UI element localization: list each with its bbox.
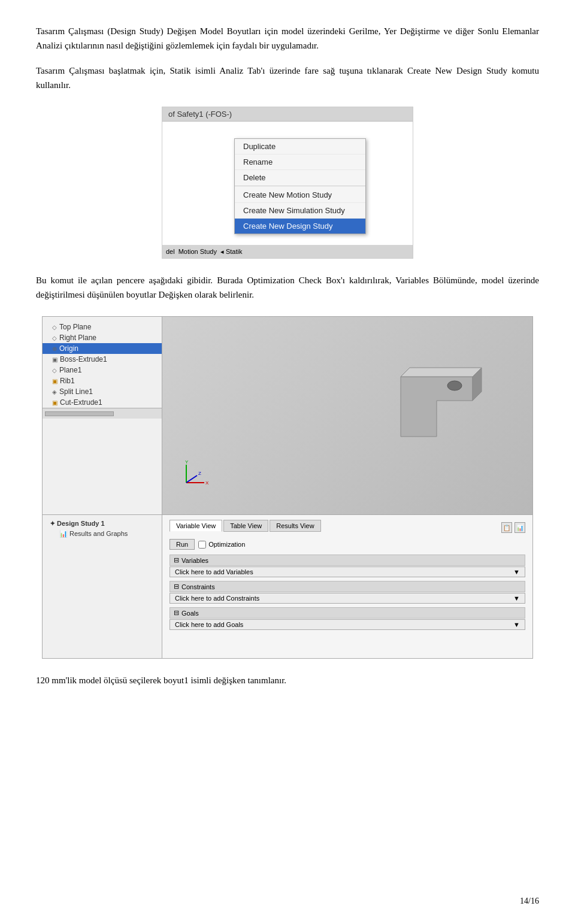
add-variables-btn[interactable]: Click here to add Variables ▼ <box>170 566 525 577</box>
icon-btn-1[interactable]: 📋 <box>501 522 512 533</box>
3d-model-shape <box>377 341 497 462</box>
run-button[interactable]: Run <box>170 539 195 550</box>
tree-rib1[interactable]: ▣ Rib1 <box>43 375 162 386</box>
tab-statik[interactable]: ◂ Statik <box>220 248 243 256</box>
constraints-header: ⊟ Constraints <box>170 581 525 592</box>
menu-item-duplicate[interactable]: Duplicate <box>235 139 365 154</box>
tree-plane1[interactable]: ◇ Plane1 <box>43 365 162 375</box>
tab-results-view[interactable]: Results View <box>270 520 320 532</box>
menu-item-new-simulation[interactable]: Create New Simulation Study <box>235 203 365 219</box>
goals-section: ⊟ Goals Click here to add Goals ▼ <box>170 607 525 630</box>
axes-indicator: Y X Z <box>180 459 210 490</box>
tab-del[interactable]: del <box>166 248 175 255</box>
menu-item-new-design-study[interactable]: Create New Design Study <box>235 219 365 234</box>
feature-tree: ◇ Top Plane ◇ Right Plane ⊕ Origin ▣ Bos… <box>43 317 162 514</box>
design-study-panel: Variable View Table View Results View 📋 … <box>162 515 532 658</box>
design-study-tree: ✦ Design Study 1 📊 Results and Graphs <box>43 515 162 658</box>
goals-header: ⊟ Goals <box>170 607 525 619</box>
svg-text:X: X <box>205 480 209 486</box>
paragraph-3: Bu komut ile açılan pencere aşağıdaki gi… <box>36 273 539 302</box>
variables-section: ⊟ Variables Click here to add Variables … <box>170 555 525 577</box>
tab-table-view[interactable]: Table View <box>223 520 268 532</box>
design-study-root: ✦ Design Study 1 <box>47 519 157 529</box>
variables-header: ⊟ Variables <box>170 555 525 566</box>
run-toolbar: Run Optimization <box>170 539 525 550</box>
constraints-section: ⊟ Constraints Click here to add Constrai… <box>170 581 525 604</box>
tab-variable-view[interactable]: Variable View <box>170 520 222 532</box>
context-menu-screenshot: of Safety1 (-FOS-) Duplicate Rename Dele… <box>36 107 539 259</box>
cm-header: of Safety1 (-FOS-) <box>162 107 413 122</box>
paragraph-2: Tasarım Çalışması başlatmak için, Statik… <box>36 63 539 92</box>
svg-point-9 <box>447 381 462 390</box>
svg-text:Y: Y <box>185 459 189 465</box>
tree-top-plane[interactable]: ◇ Top Plane <box>43 322 162 332</box>
tree-split-line1[interactable]: ◈ Split Line1 <box>43 386 162 397</box>
3d-viewport: Y X Z <box>162 317 532 514</box>
tree-boss-extrude1[interactable]: ▣ Boss-Extrude1 <box>43 354 162 365</box>
paragraph-4: 120 mm'lik model ölçüsü seçilerek boyut1… <box>36 673 539 687</box>
svg-text:Z: Z <box>198 471 201 476</box>
menu-item-delete[interactable]: Delete <box>235 170 365 186</box>
icon-btn-2[interactable]: 📊 <box>515 522 525 533</box>
optimization-label: Optimization <box>208 541 245 548</box>
add-goals-btn[interactable]: Click here to add Goals ▼ <box>170 619 525 630</box>
view-tabs: Variable View Table View Results View <box>170 520 321 532</box>
tree-cut-extrude1[interactable]: ▣ Cut-Extrude1 <box>43 397 162 408</box>
tree-origin[interactable]: ⊕ Origin <box>43 343 162 354</box>
tree-right-plane[interactable]: ◇ Right Plane <box>43 332 162 343</box>
paragraph-1: Tasarım Çalışması (Design Study) Değişen… <box>36 24 539 53</box>
context-menu: Duplicate Rename Delete Create New Motio… <box>234 138 366 234</box>
svg-marker-7 <box>401 368 482 377</box>
tab-motion-study[interactable]: Motion Study <box>178 248 217 255</box>
menu-item-new-motion[interactable]: Create New Motion Study <box>235 187 365 203</box>
menu-item-rename[interactable]: Rename <box>235 154 365 170</box>
results-and-graphs: 📊 Results and Graphs <box>47 529 157 539</box>
design-study-screenshot: ◇ Top Plane ◇ Right Plane ⊕ Origin ▣ Bos… <box>36 316 539 659</box>
page-number: 14/16 <box>520 896 539 906</box>
svg-line-4 <box>186 475 197 483</box>
optimization-checkbox[interactable]: Optimization <box>198 541 245 549</box>
optimization-check[interactable] <box>198 541 206 549</box>
add-constraints-btn[interactable]: Click here to add Constraints ▼ <box>170 593 525 604</box>
